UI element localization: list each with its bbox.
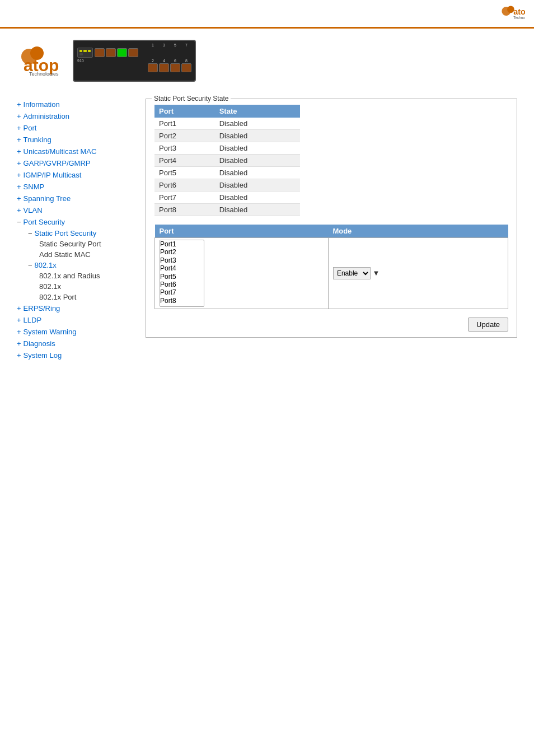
port-multiselect[interactable]: Port1Port2Port3Port4Port5Port6Port7Port8 [160, 240, 204, 307]
state-port-cell: Port7 [154, 192, 215, 204]
sidebar-item-unicast-multicast-mac[interactable]: +Unicast/Multicast MAC [17, 146, 129, 157]
state-status-cell: Disabled [215, 167, 300, 179]
table-row: Port3Disabled [154, 142, 300, 155]
content-area: +Information +Administration +Port +Trun… [17, 99, 517, 361]
mode-dropdown[interactable]: EnableDisable [333, 267, 371, 279]
sidebar-item-diagnosis[interactable]: +Diagnosis [17, 338, 129, 349]
mode-table-header-port: Port [155, 225, 329, 238]
main-content: Static Port Security State Port State Po… [146, 99, 517, 361]
sidebar-item-snmp[interactable]: +SNMP [17, 181, 129, 193]
sidebar-item-static-port-security[interactable]: −Static Port Security [17, 228, 129, 239]
mode-table-row: Port1Port2Port3Port4Port5Port6Port7Port8… [155, 238, 508, 309]
sidebar-item-system-warning[interactable]: +System Warning [17, 326, 129, 338]
device-image: 1 3 5 7 [73, 40, 196, 82]
section-title: Static Port Security State [152, 95, 231, 102]
sidebar-item-spanning-tree[interactable]: +Spanning Tree [17, 193, 129, 204]
state-status-cell: Disabled [215, 142, 300, 155]
sidebar: +Information +Administration +Port +Trun… [17, 99, 129, 361]
sidebar-item-add-static-mac[interactable]: Add Static MAC [17, 249, 129, 260]
sidebar-item-port-security[interactable]: −Port Security [17, 216, 129, 228]
sidebar-item-8021x[interactable]: −802.1x [17, 260, 129, 270]
sidebar-item-system-log[interactable]: +System Log [17, 349, 129, 361]
state-port-cell: Port5 [154, 167, 215, 179]
port-select-cell[interactable]: Port1Port2Port3Port4Port5Port6Port7Port8 [155, 238, 329, 309]
header-logo: atop Technologies [498, 4, 525, 22]
header: atop Technologies [0, 0, 534, 29]
table-row: Port6Disabled [154, 179, 300, 192]
mode-table: Port Mode Port1Port2Port3Port4Port5Port6… [154, 225, 508, 309]
state-port-cell: Port1 [154, 118, 215, 130]
sidebar-item-information[interactable]: +Information [17, 99, 129, 110]
table-row: Port2Disabled [154, 130, 300, 142]
sidebar-item-static-security-port[interactable]: Static Security Port [17, 239, 129, 249]
state-port-cell: Port6 [154, 179, 215, 192]
state-port-cell: Port2 [154, 130, 215, 142]
table-row: Port5Disabled [154, 167, 300, 179]
state-status-cell: Disabled [215, 155, 300, 167]
atop-logo: atop Technologies [17, 45, 62, 76]
table-row: Port8Disabled [154, 204, 300, 216]
mode-table-header-mode: Mode [328, 225, 508, 238]
state-status-cell: Disabled [215, 192, 300, 204]
state-table-header-port: Port [154, 105, 215, 118]
main-container: atop Technologies 1 3 5 7 [0, 29, 534, 372]
state-status-cell: Disabled [215, 118, 300, 130]
sidebar-item-vlan[interactable]: +VLAN [17, 204, 129, 216]
table-row: Port1Disabled [154, 118, 300, 130]
state-status-cell: Disabled [215, 179, 300, 192]
atop-logo-svg: atop Technologies [17, 45, 62, 76]
svg-text:atop: atop [513, 7, 525, 16]
atop-header-logo-icon: atop Technologies [498, 4, 525, 22]
sidebar-item-8021x-port[interactable]: 802.1x Port [17, 292, 129, 302]
state-port-cell: Port3 [154, 142, 215, 155]
mode-select-cell: EnableDisable ▼ [328, 238, 508, 309]
sidebar-item-garp[interactable]: +GARP/GVRP/GMRP [17, 157, 129, 169]
sidebar-item-8021x-radius[interactable]: 802.1x and Radius [17, 270, 129, 281]
update-button[interactable]: Update [468, 318, 508, 332]
top-logos: atop Technologies 1 3 5 7 [17, 40, 517, 82]
sidebar-item-8021x-only[interactable]: 802.1x [17, 281, 129, 292]
sidebar-item-igmp[interactable]: +IGMP/IP Multicast [17, 169, 129, 181]
state-status-cell: Disabled [215, 130, 300, 142]
table-row: Port7Disabled [154, 192, 300, 204]
state-port-cell: Port8 [154, 204, 215, 216]
state-status-cell: Disabled [215, 204, 300, 216]
dropdown-arrow-icon: ▼ [373, 269, 380, 277]
sidebar-item-erps-ring[interactable]: +ERPS/Ring [17, 302, 129, 314]
sidebar-item-trunking[interactable]: +Trunking [17, 134, 129, 146]
state-table-header-state: State [215, 105, 300, 118]
table-row: Port4Disabled [154, 155, 300, 167]
security-box: Static Port Security State Port State Po… [146, 99, 517, 338]
sidebar-item-administration[interactable]: +Administration [17, 110, 129, 122]
svg-text:Technologies: Technologies [29, 71, 59, 76]
svg-text:Technologies: Technologies [513, 16, 525, 20]
state-port-cell: Port4 [154, 155, 215, 167]
sidebar-item-lldp[interactable]: +LLDP [17, 314, 129, 326]
sidebar-item-port[interactable]: +Port [17, 122, 129, 134]
state-table: Port State Port1DisabledPort2DisabledPor… [154, 105, 300, 216]
